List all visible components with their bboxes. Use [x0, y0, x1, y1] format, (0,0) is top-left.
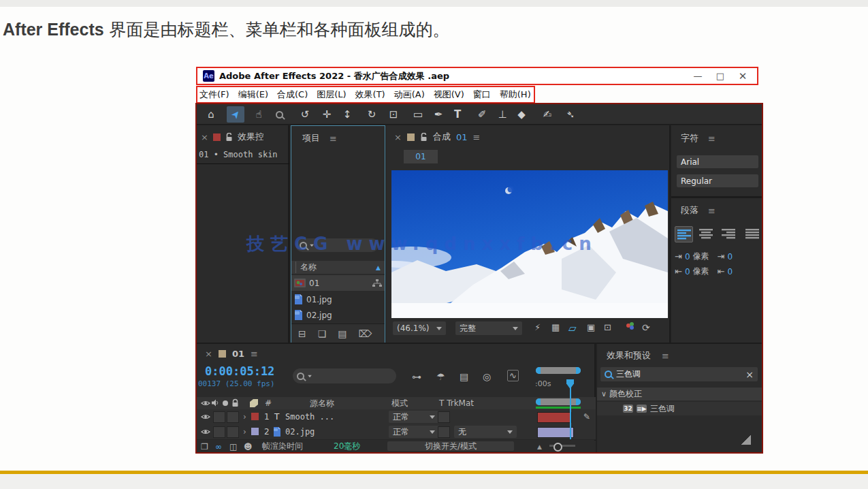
home-icon[interactable]: ⌂	[202, 106, 220, 123]
layer-switch-well[interactable]	[213, 426, 225, 438]
space-after-value[interactable]: 0	[727, 267, 733, 277]
lock-icon[interactable]	[420, 133, 428, 142]
channel-rgb-icon[interactable]	[626, 322, 635, 330]
menu-help[interactable]: 帮助(H)	[500, 89, 531, 101]
menu-window[interactable]: 窗口	[473, 89, 491, 101]
panel-menu-icon[interactable]: ≡	[251, 349, 258, 359]
sort-ascending-icon[interactable]: ▲	[376, 264, 381, 271]
work-area-bar[interactable]	[536, 367, 581, 374]
index-column-header[interactable]: #	[265, 398, 272, 408]
video-column-icon[interactable]	[201, 400, 210, 407]
toggle-switches-button[interactable]: 切换开关/模式	[387, 441, 514, 451]
layer-row-2[interactable]: › 2 02.jpg 正常 无	[197, 424, 596, 440]
align-right-icon[interactable]	[720, 226, 737, 241]
effects-group-label[interactable]: 颜色校正	[609, 388, 642, 400]
indent-right-value[interactable]: 0	[685, 267, 690, 277]
font-family-select[interactable]: Arial	[677, 155, 758, 168]
project-item-composition[interactable]: 01	[291, 275, 385, 291]
effects-presets-title[interactable]: 效果和预设	[607, 349, 651, 362]
pen-tool-icon[interactable]: ✒	[430, 106, 447, 123]
new-composition-icon[interactable]: ▤	[338, 328, 347, 339]
layer-expander-icon[interactable]: ›	[243, 409, 246, 424]
blend-mode-dropdown[interactable]: 正常	[389, 411, 439, 423]
layer-visibility-icon[interactable]	[201, 424, 210, 439]
lock-icon[interactable]	[225, 133, 233, 142]
panel-close-icon[interactable]: ×	[205, 349, 212, 359]
close-button[interactable]: ✕	[734, 70, 752, 82]
new-folder-icon[interactable]: ❏	[318, 328, 327, 339]
shape-tool-icon[interactable]: ▭	[409, 106, 427, 123]
layer-color-swatch[interactable]	[251, 428, 259, 435]
hand-tool-icon[interactable]: ☝	[250, 106, 268, 123]
timeline-zoom-handle[interactable]	[553, 443, 562, 452]
layer-name[interactable]: 02.jpg	[285, 424, 315, 439]
zoom-out-mountain-icon[interactable]: ▲	[537, 441, 542, 452]
audio-column-icon[interactable]	[212, 399, 219, 407]
maximize-button[interactable]: □	[711, 71, 729, 81]
delete-icon[interactable]: ⌦	[359, 328, 372, 339]
effect-item-row[interactable]: 32 ≡▶ 三色调	[597, 402, 762, 415]
mask-pen-icon[interactable]: ✎	[583, 409, 590, 424]
motion-blur-icon[interactable]: ◎	[483, 371, 491, 382]
expand-layers-icon[interactable]: ❐	[201, 441, 208, 452]
panel-menu-icon[interactable]: ≡	[708, 133, 716, 144]
puppet-pin-tool-icon[interactable]: ➴	[562, 106, 579, 123]
effects-search-input[interactable]: 三色调 ×	[600, 367, 758, 381]
panel-menu-icon[interactable]: ≡	[472, 132, 480, 142]
indent-left-value[interactable]: 0	[685, 252, 690, 262]
align-center-icon[interactable]	[697, 226, 714, 241]
align-left-icon[interactable]	[675, 226, 693, 242]
mode-column-header[interactable]: 模式	[391, 398, 408, 409]
exposure-icon[interactable]: ⟳	[642, 322, 650, 333]
layer-switch-well[interactable]	[227, 411, 239, 423]
panel-menu-icon[interactable]: ≡	[708, 206, 716, 216]
fast-preview-icon[interactable]: ⚡	[534, 322, 541, 332]
font-style-select[interactable]: Regular	[677, 174, 758, 187]
work-area-bar[interactable]	[536, 398, 581, 405]
panel-menu-icon[interactable]: ≡	[662, 351, 669, 361]
panel-resize-grip[interactable]	[741, 435, 751, 445]
pan-camera-tool-icon[interactable]: ✛	[318, 106, 336, 123]
trkmat-toggle-well[interactable]	[438, 426, 450, 438]
region-of-interest-icon[interactable]: ▱	[568, 322, 577, 334]
toggle-modes-icon[interactable]: ∞	[215, 441, 222, 452]
menu-effect[interactable]: 效果(T)	[355, 89, 385, 101]
motion-blur-footer-icon[interactable]: ☻	[244, 441, 253, 452]
trkmat-column-header[interactable]: T TrkMat	[439, 398, 474, 408]
lock-column-icon[interactable]	[231, 398, 239, 407]
trkmat-toggle-well[interactable]	[438, 411, 450, 423]
crop-region-icon[interactable]: ⊡	[604, 322, 611, 332]
selection-tool-icon[interactable]: ➤	[227, 106, 244, 123]
resolution-dropdown[interactable]: 完整	[455, 321, 522, 335]
justify-icon[interactable]	[743, 226, 760, 241]
layer-visibility-icon[interactable]	[201, 409, 210, 424]
layer-duration-bar[interactable]	[537, 412, 572, 423]
menu-animation[interactable]: 动画(A)	[394, 89, 425, 101]
character-title[interactable]: 字符	[681, 132, 698, 144]
panel-close-icon[interactable]: ×	[201, 132, 208, 142]
menu-view[interactable]: 视图(V)	[434, 89, 464, 101]
current-timecode[interactable]: 0:00:05:12	[205, 364, 274, 378]
timeline-search-input[interactable]	[293, 368, 396, 383]
mask-visibility-icon[interactable]: ▣	[587, 322, 595, 332]
frame-blend-footer-icon[interactable]: ◫	[229, 441, 237, 452]
minimize-button[interactable]: —	[689, 71, 707, 81]
draft-3d-icon[interactable]: ☂	[436, 371, 445, 382]
project-title[interactable]: 项目	[302, 132, 320, 144]
transparency-grid-icon[interactable]: ▦	[551, 322, 560, 332]
menu-layer[interactable]: 图层(L)	[317, 89, 346, 101]
menu-edit[interactable]: 编辑(E)	[238, 89, 268, 101]
composition-title[interactable]: 合成	[433, 131, 451, 143]
eraser-tool-icon[interactable]: ◆	[513, 106, 530, 123]
paragraph-title[interactable]: 段落	[681, 204, 698, 217]
trkmat-dropdown[interactable]: 无	[454, 426, 517, 438]
interpret-footage-icon[interactable]: ⊟	[298, 328, 306, 339]
effect-controls-title[interactable]: 效果控件	[238, 131, 263, 143]
dolly-camera-tool-icon[interactable]: ↕	[338, 106, 356, 123]
layer-duration-bar[interactable]	[537, 427, 574, 438]
type-tool-icon[interactable]: T	[449, 106, 466, 123]
blend-mode-dropdown[interactable]: 正常	[389, 426, 439, 438]
project-item-footage[interactable]: 01.jpg	[291, 291, 385, 307]
graph-editor-icon[interactable]: ∿	[507, 370, 519, 381]
viewer-tab[interactable]: 01	[415, 152, 425, 161]
